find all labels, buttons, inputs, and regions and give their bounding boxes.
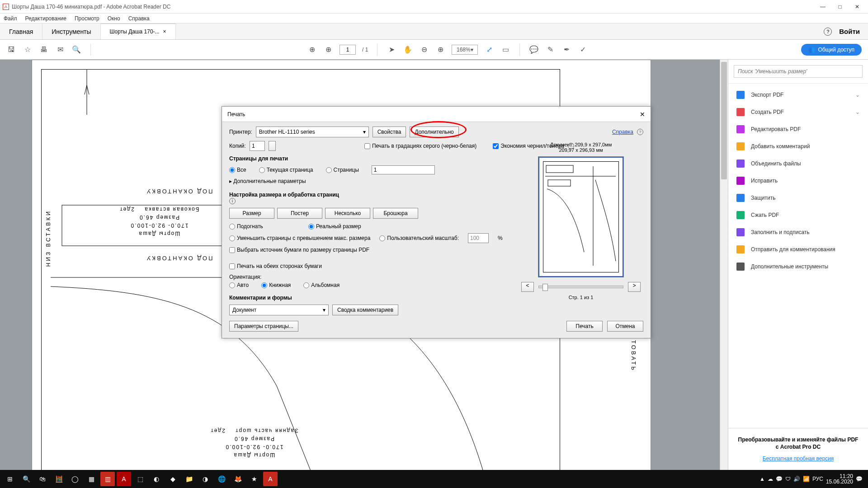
rb-current[interactable]: Текущая страница (259, 167, 313, 173)
minimize-button[interactable]: — (818, 4, 827, 10)
taskbar-explorer[interactable]: 📁 (182, 472, 196, 486)
taskbar-store[interactable]: 🛍 (35, 472, 50, 486)
rb-shrink[interactable]: Уменьшить страницы с превышением макс. р… (229, 235, 370, 241)
rb-all[interactable]: Все (229, 167, 246, 173)
read-mode-icon[interactable]: ▭ (500, 45, 510, 55)
custom-scale-input[interactable] (468, 233, 489, 243)
taskbar-search[interactable]: 🔍 (19, 472, 33, 486)
rb-real[interactable]: Реальный размер (308, 223, 361, 230)
taskbar-firefox[interactable]: 🦊 (231, 472, 245, 486)
tool-item-6[interactable]: Защитить (728, 189, 868, 206)
tool-item-5[interactable]: Исправить (728, 172, 868, 189)
tool-item-9[interactable]: Отправить для комментирования (728, 241, 868, 258)
taskbar-app5[interactable]: ◆ (165, 472, 180, 486)
pages-input[interactable] (372, 165, 435, 174)
taskbar-app4[interactable]: ◐ (149, 472, 164, 486)
tray-icon[interactable]: 💬 (776, 476, 783, 482)
taskbar-calc[interactable]: 🧮 (52, 472, 66, 486)
star-icon[interactable]: ☆ (23, 45, 33, 55)
properties-button[interactable]: Свойства (373, 127, 406, 137)
comment-icon[interactable]: 💬 (529, 45, 539, 55)
copies-input[interactable] (250, 141, 265, 151)
cancel-button[interactable]: Отмена (607, 321, 643, 332)
vertical-scrollbar[interactable] (720, 60, 728, 470)
highlight-icon[interactable]: ✎ (545, 45, 555, 55)
rb-fit[interactable]: Подогнать (229, 223, 263, 230)
hand-tool-icon[interactable]: ✋ (403, 45, 413, 55)
taskbar-acrobat[interactable]: A (263, 472, 278, 486)
tray-icon[interactable]: 🛡 (785, 476, 791, 482)
cb-both-sides[interactable]: Печать на обеих сторонах бумаги (229, 263, 514, 269)
btn-size[interactable]: Размер (229, 208, 274, 219)
dialog-close-button[interactable]: ✕ (640, 111, 645, 118)
tab-close-icon[interactable]: × (163, 28, 166, 35)
tab-tools[interactable]: Инструменты (42, 23, 100, 39)
menu-file[interactable]: Файл (4, 15, 17, 22)
scroll-thumb[interactable] (721, 62, 727, 179)
menu-edit[interactable]: Редактирование (25, 15, 66, 22)
copies-spinner[interactable] (269, 141, 276, 151)
tool-item-4[interactable]: Объединить файлы (728, 155, 868, 172)
preview-prev-button[interactable]: < (521, 282, 534, 292)
tray-icon[interactable]: ☁ (768, 476, 773, 482)
help-icon[interactable]: ? (824, 28, 832, 36)
system-tray[interactable]: ▲ ☁ 💬 🛡 🔊 📶 РУС 11:20 15.06.2020 💬 (760, 474, 865, 484)
login-button[interactable]: Войти (839, 28, 860, 35)
tool-item-0[interactable]: Экспорт PDF⌄ (728, 86, 868, 103)
taskbar-pdf[interactable]: ▥ (100, 472, 115, 486)
printer-select[interactable]: Brother HL-1110 series▾ (256, 127, 369, 137)
tool-item-3[interactable]: Добавить комментарий (728, 138, 868, 155)
btn-brochure[interactable]: Брошюра (373, 208, 418, 219)
print-icon[interactable]: 🖶 (39, 45, 49, 55)
page-up-icon[interactable]: ⊕ (307, 45, 317, 55)
menu-help[interactable]: Справка (128, 15, 150, 22)
zoom-out-icon[interactable]: ⊖ (419, 45, 429, 55)
tool-item-10[interactable]: Дополнительные инструменты (728, 258, 868, 275)
rb-auto[interactable]: Авто (229, 282, 249, 288)
comments-summary-button[interactable]: Сводка комментариев (332, 305, 398, 315)
mail-icon[interactable]: ✉ (55, 45, 65, 55)
taskbar-app6[interactable]: ★ (247, 472, 261, 486)
taskbar-xbox[interactable]: ◯ (68, 472, 82, 486)
tool-item-2[interactable]: Редактировать PDF (728, 121, 868, 138)
zoom-select[interactable]: 168% ▾ (452, 45, 478, 55)
tray-lang[interactable]: РУС (812, 476, 823, 482)
stamp-icon[interactable]: ✓ (578, 45, 588, 55)
grayscale-checkbox[interactable]: Печать в градациях серого (черно-белая) (364, 143, 476, 149)
size-info-icon[interactable]: i (229, 198, 236, 204)
taskbar-app1[interactable]: ▦ (84, 472, 99, 486)
notifications-icon[interactable]: 💬 (856, 476, 863, 482)
rb-portrait[interactable]: Книжная (261, 282, 291, 288)
rb-custom[interactable]: Пользовательский масштаб: (379, 235, 459, 241)
preview-slider[interactable] (538, 286, 623, 288)
taskbar-clock[interactable]: 11:20 15.06.2020 (826, 474, 853, 484)
print-button[interactable]: Печать (566, 321, 603, 332)
cb-paper-source[interactable]: Выбрать источник бумаги по размеру стран… (229, 247, 514, 253)
page-number-input[interactable] (340, 45, 356, 55)
zoom-in-icon[interactable]: ⊕ (435, 45, 445, 55)
comments-select[interactable]: Документ▾ (229, 305, 329, 315)
btn-poster[interactable]: Постер (277, 208, 322, 219)
rb-pages[interactable]: Страницы (326, 167, 359, 173)
fit-width-icon[interactable]: ⤢ (484, 45, 494, 55)
share-button[interactable]: 👥Общий доступ (801, 44, 862, 56)
start-button[interactable]: ⊞ (3, 472, 17, 486)
taskbar-steam[interactable]: ◑ (198, 472, 212, 486)
taskbar-app3[interactable]: ⬚ (133, 472, 147, 486)
search-icon[interactable]: 🔍 (71, 45, 81, 55)
tab-home[interactable]: Главная (0, 23, 42, 39)
dialog-help-link[interactable]: Справка (612, 129, 633, 135)
taskbar-chrome[interactable]: 🌐 (214, 472, 229, 486)
search-input[interactable] (734, 65, 863, 78)
taskbar-app2[interactable]: A (117, 472, 131, 486)
page-setup-button[interactable]: Параметры страницы... (229, 321, 298, 332)
tray-icon[interactable]: 🔊 (793, 476, 800, 482)
tray-icon[interactable]: ▲ (760, 476, 765, 482)
close-button[interactable]: ✕ (853, 4, 862, 10)
preview-next-button[interactable]: > (628, 282, 641, 292)
trial-link[interactable]: Бесплатная пробная версия (763, 455, 834, 462)
tab-document[interactable]: Шорты Даша 170-... × (101, 23, 176, 39)
btn-multi[interactable]: Несколько (325, 208, 370, 219)
tool-item-1[interactable]: Создать PDF⌄ (728, 103, 868, 121)
advanced-button[interactable]: Дополнительно (410, 127, 458, 137)
